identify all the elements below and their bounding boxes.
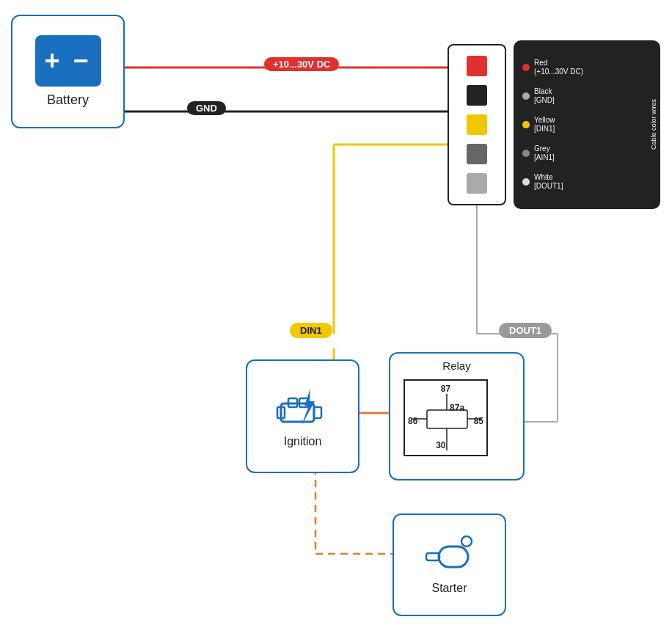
pin-darkgray [463,140,491,168]
pin-red [463,52,491,80]
svg-rect-26 [426,553,439,560]
battery-icon-text: + − [44,45,91,76]
cable-row-white: White[DOUT1] [522,173,651,191]
cable-text-black: Black[GND] [534,87,555,105]
battery-label: Battery [47,92,89,108]
cable-row-grey: Grey[AIN1] [522,145,651,162]
svg-rect-25 [439,547,468,567]
starter-component: Starter [392,513,506,616]
cable-dot-red [522,64,530,71]
cable-text-white: White[DOUT1] [534,173,563,191]
pin-yellow [463,111,491,139]
relay-label: Relay [390,354,523,372]
svg-rect-20 [427,410,467,428]
cable-dot-yellow [522,121,530,128]
cable-row-yellow: Yellow[DIN1] [522,116,651,134]
cable-text-grey: Grey[AIN1] [534,145,555,162]
starter-label: Starter [431,582,467,595]
din1-wire-label: DIN1 [290,323,332,338]
wiring-diagram: + − Battery +10...30V DC GND Red(+10...3… [0,0,672,625]
battery-icon: + − [35,35,101,87]
cable-text-yellow: Yellow[DIN1] [534,116,555,134]
svg-point-27 [461,536,472,547]
ignition-component: Ignition [246,359,359,473]
pin-black [463,81,491,109]
cable-dot-black [522,92,530,100]
cable-text-red: Red(+10...30V DC) [534,59,583,76]
relay-component: Relay 87 87a 85 86 30 [389,352,525,480]
ignition-label: Ignition [284,435,322,448]
cable-dot-grey [522,150,530,157]
cable-dot-white [522,178,530,186]
battery-component: + − Battery [11,15,125,128]
cable-device: Red(+10...30V DC) Black[GND] Yellow[DIN1… [514,40,660,209]
gnd-wire-label: GND [187,101,226,115]
ignition-icon [274,385,332,429]
cable-row-black: Black[GND] [522,87,651,105]
cable-row-red: Red(+10...30V DC) [522,59,651,76]
cable-device-label: Cable color wires [650,99,657,150]
connector-pins [448,44,506,205]
pin-lightgray [463,169,491,197]
relay-symbol [405,381,489,458]
starter-icon [424,536,475,576]
dout1-wire-label: DOUT1 [499,323,552,338]
power-wire-label: +10...30V DC [264,57,339,71]
